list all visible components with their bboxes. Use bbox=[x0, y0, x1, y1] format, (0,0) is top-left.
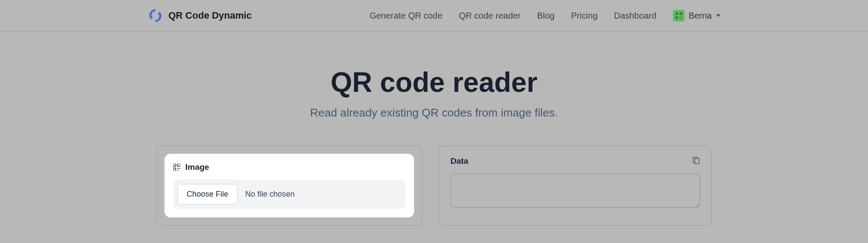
choose-file-button[interactable]: Choose File bbox=[178, 184, 237, 204]
qr-icon bbox=[173, 164, 180, 171]
nav-blog[interactable]: Blog bbox=[537, 11, 555, 21]
page-subtitle: Read already existing QR codes from imag… bbox=[9, 106, 859, 120]
brand-text: QR Code Dynamic bbox=[168, 10, 252, 21]
svg-rect-12 bbox=[695, 159, 699, 164]
page-title: QR code reader bbox=[9, 66, 859, 98]
svg-rect-8 bbox=[178, 168, 178, 169]
brand-logo[interactable]: QR Code Dynamic bbox=[148, 8, 252, 23]
nav-dashboard[interactable]: Dashboard bbox=[614, 11, 657, 21]
chevron-down-icon bbox=[716, 14, 720, 17]
svg-rect-7 bbox=[173, 168, 176, 171]
hero-section: QR code reader Read already existing QR … bbox=[0, 32, 868, 146]
svg-rect-9 bbox=[179, 168, 180, 169]
file-input-row[interactable]: Choose File No file chosen bbox=[173, 180, 405, 209]
svg-rect-0 bbox=[676, 13, 678, 15]
upload-card: Image Choose File No file chosen bbox=[164, 154, 414, 217]
svg-rect-6 bbox=[178, 164, 180, 166]
svg-rect-2 bbox=[676, 16, 678, 19]
nav-qr-reader[interactable]: QR code reader bbox=[459, 11, 520, 21]
main-nav: Generate QR code QR code reader Blog Pri… bbox=[369, 10, 720, 21]
upload-label: Image bbox=[185, 162, 209, 172]
data-label: Data bbox=[450, 156, 468, 166]
file-status-text: No file chosen bbox=[245, 190, 295, 199]
svg-rect-10 bbox=[178, 170, 178, 171]
upload-panel: Image Choose File No file chosen bbox=[156, 146, 422, 226]
data-output[interactable] bbox=[450, 174, 700, 207]
data-panel: Data bbox=[439, 146, 712, 226]
nav-generate-qr[interactable]: Generate QR code bbox=[369, 11, 442, 21]
svg-rect-1 bbox=[680, 13, 682, 15]
svg-rect-5 bbox=[173, 164, 176, 166]
user-menu[interactable]: Berna bbox=[673, 10, 720, 21]
nav-pricing[interactable]: Pricing bbox=[571, 11, 598, 21]
user-avatar-icon bbox=[673, 10, 684, 21]
brand-logo-icon bbox=[148, 8, 163, 23]
user-name: Berna bbox=[689, 11, 712, 21]
svg-rect-3 bbox=[680, 16, 681, 17]
copy-icon[interactable] bbox=[692, 156, 700, 166]
svg-rect-4 bbox=[681, 18, 682, 19]
